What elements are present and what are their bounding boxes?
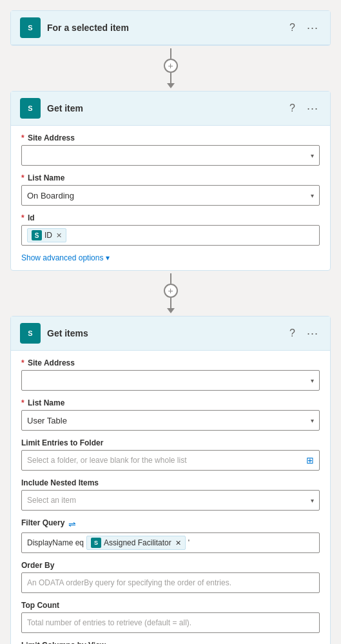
- card-for-selected-item: S For a selected item ? ···: [10, 10, 331, 46]
- card2-list-name-label: * List Name: [21, 173, 320, 182]
- card2-id-token-icon: S: [32, 230, 42, 240]
- card2-id-token-label: ID: [44, 231, 52, 240]
- card2-list-name-value: On Boarding: [27, 191, 311, 200]
- card2-more-button[interactable]: ···: [304, 101, 321, 117]
- card3-list-name-field: * List Name User Table ▾: [21, 398, 320, 431]
- card3-filter-label: Filter Query: [21, 518, 64, 527]
- card1-icon-text: S: [28, 24, 32, 32]
- card3-icon-text: S: [28, 329, 32, 337]
- connector-2-line: [170, 273, 171, 284]
- connector-1-arrow: [167, 83, 175, 88]
- card2-site-address-chevron: ▾: [311, 152, 314, 159]
- card3-header: S Get items ? ···: [11, 317, 330, 351]
- card3-filter-icon: ⇌: [68, 519, 76, 529]
- card1-actions: ? ···: [287, 20, 321, 36]
- card3-actions: ? ···: [287, 326, 321, 342]
- card3-limit-columns-field: Limit Columns by View Select an item ▾: [21, 641, 320, 644]
- card3-filter-tag: S Assigned Facilitator ✕: [86, 536, 186, 550]
- card3-nested-chevron: ▾: [311, 497, 314, 504]
- card2-id-input[interactable]: S ID ✕: [21, 225, 320, 246]
- connector-1-line2: [170, 73, 171, 83]
- card3-order-by-label: Order By: [21, 561, 320, 570]
- card2-site-required: *: [21, 133, 24, 142]
- connector-1-plus[interactable]: +: [164, 59, 178, 73]
- card3-order-by-input[interactable]: An ODATA orderBy query for specifying th…: [21, 572, 320, 593]
- card2-id-label: * Id: [21, 213, 320, 222]
- card2-id-field: * Id S ID ✕: [21, 213, 320, 246]
- card3-limit-folder-icon: ⊞: [306, 455, 314, 465]
- card3-filter-suffix: ': [188, 538, 190, 547]
- card3-site-address-label: * Site Address: [21, 358, 320, 367]
- card2-site-address-label: * Site Address: [21, 133, 320, 142]
- card2-site-address-field: * Site Address ▾: [21, 133, 320, 166]
- card3-body: * Site Address ▾ * List Name User Table …: [11, 351, 330, 644]
- card2-header: S Get item ? ···: [11, 92, 330, 126]
- connector-2-plus-icon: +: [168, 286, 173, 296]
- card2-body: * Site Address ▾ * List Name On Boarding…: [11, 126, 330, 270]
- card2-show-advanced-button[interactable]: Show advanced options ▾: [21, 253, 110, 262]
- card3-limit-columns-label: Limit Columns by View: [21, 641, 320, 644]
- card3-list-name-label: * List Name: [21, 398, 320, 407]
- card3-nested-field: Include Nested Items Select an item ▾: [21, 478, 320, 511]
- connector-1-line: [170, 48, 171, 59]
- card2-id-required: *: [21, 213, 24, 222]
- card3-top-count-field: Top Count Total number of entries to ret…: [21, 601, 320, 633]
- card3-site-chevron: ▾: [311, 377, 314, 384]
- card3-limit-folder-label: Limit Entries to Folder: [21, 438, 320, 447]
- card2-icon-text: S: [28, 104, 32, 112]
- card2-help-button[interactable]: ?: [287, 101, 298, 115]
- card2-show-advanced-chevron: ▾: [106, 253, 110, 262]
- card3-site-address-field: * Site Address ▾: [21, 358, 320, 391]
- card3-list-required: *: [21, 398, 24, 407]
- card3-limit-folder-input[interactable]: Select a folder, or leave blank for the …: [21, 450, 320, 471]
- card3-list-chevron: ▾: [311, 417, 314, 424]
- card3-filter-query-field: Filter Query ⇌ DisplayName eq S Assigned…: [21, 518, 320, 553]
- card3-filter-tag-label: Assigned Facilitator: [104, 538, 171, 547]
- connector-2-arrow: [167, 308, 175, 313]
- card3-site-required: *: [21, 358, 24, 367]
- card3-list-name-input[interactable]: User Table ▾: [21, 410, 320, 431]
- card3-filter-tag-icon: S: [91, 538, 101, 548]
- card2-id-token-close[interactable]: ✕: [56, 231, 62, 240]
- card3-nested-placeholder: Select an item: [27, 496, 76, 505]
- card2-list-required: *: [21, 173, 24, 182]
- card2-list-name-input[interactable]: On Boarding ▾: [21, 185, 320, 206]
- card2-list-name-field: * List Name On Boarding ▾: [21, 173, 320, 206]
- card2-title: Get item: [47, 103, 280, 113]
- card3-filter-query-input[interactable]: DisplayName eq S Assigned Facilitator ✕ …: [21, 532, 320, 553]
- card3-limit-folder-placeholder: Select a folder, or leave blank for the …: [27, 456, 186, 465]
- card3-filter-tag-close[interactable]: ✕: [175, 539, 181, 547]
- card-get-items: S Get items ? ··· * Site Address ▾: [10, 316, 331, 644]
- card3-nested-input[interactable]: Select an item ▾: [21, 490, 320, 511]
- card2-icon: S: [20, 98, 41, 119]
- card1-title: For a selected item: [47, 23, 280, 33]
- card3-top-count-label: Top Count: [21, 601, 320, 610]
- card2-site-address-input[interactable]: ▾: [21, 145, 320, 166]
- card1-icon: S: [20, 17, 41, 38]
- card1-header: S For a selected item ? ···: [11, 11, 330, 45]
- card3-limit-folder-field: Limit Entries to Folder Select a folder,…: [21, 438, 320, 471]
- card1-more-button[interactable]: ···: [304, 20, 321, 36]
- card3-list-value: User Table: [27, 416, 311, 425]
- card3-top-count-input[interactable]: Total number of entries to retrieve (def…: [21, 612, 320, 633]
- connector-2-plus[interactable]: +: [164, 284, 178, 298]
- card-get-item: S Get item ? ··· * Site Address ▾: [10, 91, 331, 271]
- card3-help-button[interactable]: ?: [287, 326, 298, 340]
- connector-2: +: [164, 271, 178, 316]
- card2-show-advanced-label: Show advanced options: [21, 253, 103, 262]
- card3-filter-prefix: DisplayName eq: [27, 538, 84, 547]
- card3-order-by-field: Order By An ODATA orderBy query for spec…: [21, 561, 320, 593]
- card3-top-count-placeholder: Total number of entries to retrieve (def…: [27, 618, 191, 627]
- card3-nested-label: Include Nested Items: [21, 478, 320, 487]
- card3-icon: S: [20, 323, 41, 344]
- connector-2-line2: [170, 298, 171, 308]
- card1-help-button[interactable]: ?: [287, 21, 298, 35]
- flow-container: S For a selected item ? ··· + S Get item…: [0, 0, 341, 644]
- connector-1-plus-icon: +: [168, 61, 173, 71]
- card2-actions: ? ···: [287, 101, 321, 117]
- card3-title: Get items: [47, 328, 280, 338]
- card3-more-button[interactable]: ···: [304, 326, 321, 342]
- card2-list-chevron: ▾: [311, 192, 314, 199]
- connector-1: +: [164, 46, 178, 91]
- card3-site-address-input[interactable]: ▾: [21, 370, 320, 391]
